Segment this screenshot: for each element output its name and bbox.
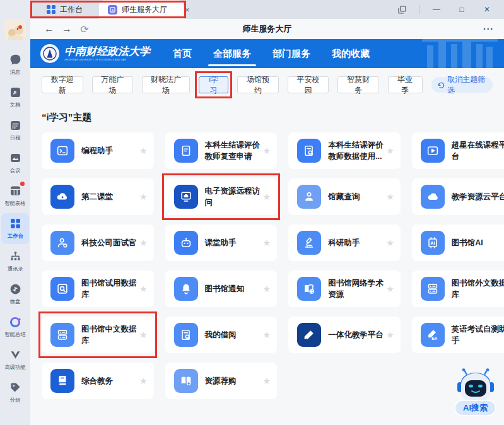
service-card[interactable]: 电子资源远程访问★ <box>165 178 278 215</box>
favorite-star-icon[interactable]: ★ <box>139 376 148 386</box>
sidebar-item-ai-summary[interactable]: 智能总结 <box>1 311 29 342</box>
favorite-star-icon[interactable]: ★ <box>139 284 148 294</box>
nav-item-3[interactable]: 部门服务 <box>271 44 312 64</box>
favorite-star-icon[interactable]: ★ <box>263 330 271 340</box>
favorite-star-icon[interactable]: ★ <box>386 330 394 340</box>
service-card-label: 超星在线课程平台 <box>452 139 504 162</box>
building-watermark <box>422 39 498 68</box>
window-tab-1[interactable]: 工作台 <box>38 0 99 19</box>
theme-filter-row: 数字迎新万能广场财晓法广场i学习场馆预约平安校园智慧财务毕业季取消主题筛选 <box>42 76 493 93</box>
more-menu-icon[interactable]: ··· <box>483 24 494 34</box>
refresh-icon[interactable]: ⟳ <box>76 23 93 35</box>
favorite-star-icon[interactable]: ★ <box>139 238 148 248</box>
close-icon[interactable]: ✕ <box>479 3 495 16</box>
sidebar-item-contacts[interactable]: 通讯录 <box>1 246 29 277</box>
service-card[interactable]: 图书馆中文数据库★ <box>42 317 154 353</box>
sidebar-item-label: 文档 <box>10 102 21 109</box>
filter-button-1[interactable]: 数字迎新 <box>42 76 83 93</box>
tab-close-icon[interactable]: × <box>185 5 190 15</box>
service-card[interactable]: 本科生结课评价教师复查申请★ <box>165 132 278 169</box>
sidebar-item-label: 分组 <box>10 397 21 404</box>
service-card[interactable]: 超星在线课程平台★ <box>412 132 504 169</box>
service-card[interactable]: AI图书馆AI★ <box>412 224 504 261</box>
service-card[interactable]: 综合教务★ <box>42 363 154 399</box>
favorite-star-icon[interactable]: ★ <box>386 192 394 202</box>
service-card-label: 编程助手 <box>81 145 139 156</box>
ai-search-widget[interactable]: AI搜索 <box>454 368 496 416</box>
service-card[interactable]: 图书馆通知★ <box>165 271 278 307</box>
filter-button-8[interactable]: 毕业季 <box>388 76 423 93</box>
favorite-star-icon[interactable]: ★ <box>386 284 394 294</box>
page-title: 师生服务大厅 <box>30 23 504 35</box>
back-icon[interactable]: ← <box>40 23 58 35</box>
sidebar-item-label: 消息 <box>10 69 21 76</box>
nav-item-1[interactable]: 首页 <box>172 44 193 64</box>
document-search-icon <box>174 323 198 347</box>
service-card-label: 科技公司面试官 <box>81 237 139 248</box>
sidebar-item-meeting[interactable]: 会议 <box>1 148 29 178</box>
filter-button-6[interactable]: 平安校园 <box>288 76 329 93</box>
sidebar-item-label: 通讯录 <box>8 265 23 273</box>
favorite-star-icon[interactable]: ★ <box>139 192 148 202</box>
favorite-star-icon[interactable]: ★ <box>263 192 271 202</box>
service-card[interactable]: 本科生结课评价教师数据使用...★ <box>288 132 401 169</box>
section-title: “i学习”主题 <box>42 112 493 124</box>
service-card[interactable]: 课堂助手★ <box>165 224 278 261</box>
minimize-icon[interactable]: — <box>428 3 445 16</box>
filter-button-3[interactable]: 财晓法广场 <box>142 76 190 93</box>
window-tab-2[interactable]: 师生服务大厅 <box>99 0 184 19</box>
service-card[interactable]: 图书馆外文数据库★ <box>412 271 504 307</box>
filter-button-5[interactable]: 场馆预约 <box>237 76 279 93</box>
filter-button-2[interactable]: 万能广场 <box>92 76 134 93</box>
sidebar-item-workbench[interactable]: 工作台 <box>1 213 29 244</box>
university-logo[interactable]: 中南财经政法大学 ZHONGNAN UNIVERSITY OF ECONOMIC… <box>40 44 150 63</box>
service-card[interactable]: 科研助手★ <box>288 224 401 261</box>
pen-icon <box>297 323 321 347</box>
portal-menu: 首页全部服务部门服务我的收藏 <box>172 44 371 64</box>
filter-button-4[interactable]: i学习 <box>199 76 228 93</box>
service-card-label: 第二课堂 <box>81 191 139 202</box>
sidebar-item-advanced[interactable]: 高级功能 <box>1 344 29 375</box>
sidebar-item-drive[interactable]: 微盘 <box>1 279 29 310</box>
popout-icon[interactable] <box>394 3 410 16</box>
favorite-star-icon[interactable]: ★ <box>386 146 394 156</box>
service-card[interactable]: 资源荐购★ <box>165 363 278 399</box>
service-card[interactable]: 教学资源云平台★ <box>412 178 504 215</box>
sidebar-item-chat[interactable]: 消息 <box>1 49 29 80</box>
forward-icon[interactable]: → <box>58 23 76 35</box>
service-card[interactable]: En英语考试自测助手★ <box>412 317 504 353</box>
chat-icon <box>8 52 22 66</box>
service-card-label: 综合教务 <box>81 375 139 387</box>
sidebar-item-document[interactable]: 文档 <box>1 82 29 113</box>
service-card[interactable]: 科技公司面试官★ <box>42 224 154 261</box>
service-card[interactable]: 第二课堂★ <box>42 178 154 215</box>
service-card[interactable]: 图书馆网络学术资源★ <box>288 271 401 307</box>
favorite-star-icon[interactable]: ★ <box>139 330 148 340</box>
favorite-star-icon[interactable]: ★ <box>263 376 271 386</box>
maximize-icon[interactable]: □ <box>454 3 470 16</box>
favorite-star-icon[interactable]: ★ <box>263 284 271 294</box>
sidebar-item-tag[interactable]: 分组 <box>1 377 29 408</box>
service-card[interactable]: 一体化教学平台★ <box>288 317 401 353</box>
person-check-icon <box>50 231 74 255</box>
bell-icon <box>174 277 198 301</box>
favorite-star-icon[interactable]: ★ <box>263 238 271 248</box>
favorite-star-icon[interactable]: ★ <box>263 146 271 156</box>
cancel-filter-button[interactable]: 取消主题筛选 <box>431 77 493 93</box>
microscope-icon <box>297 231 321 255</box>
service-card[interactable]: 馆藏查询★ <box>288 178 401 215</box>
redo-arrow-icon <box>438 81 445 89</box>
filter-button-7[interactable]: 智慧财务 <box>337 76 379 93</box>
document-search-icon <box>297 139 321 163</box>
user-avatar[interactable] <box>4 19 26 40</box>
sidebar-item-calendar[interactable]: 日程 <box>1 115 29 146</box>
sidebar-item-smart-table[interactable]: 智能表格 <box>1 180 29 211</box>
service-card[interactable]: 图书馆试用数据库★ <box>42 271 154 307</box>
favorite-star-icon[interactable]: ★ <box>139 146 148 156</box>
service-card[interactable]: 我的借阅★ <box>165 317 278 353</box>
nav-item-4[interactable]: 我的收藏 <box>331 44 371 64</box>
service-card[interactable]: 编程助手★ <box>42 132 154 169</box>
favorite-star-icon[interactable]: ★ <box>386 238 394 248</box>
document-icon <box>174 139 198 163</box>
nav-item-2[interactable]: 全部服务 <box>212 44 252 64</box>
